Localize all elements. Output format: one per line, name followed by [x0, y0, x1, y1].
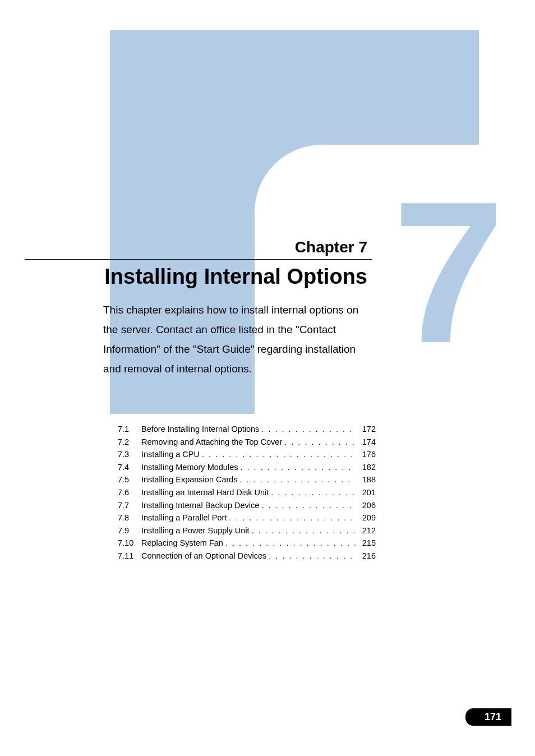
- toc-page-number: 212: [356, 524, 376, 537]
- toc-leader-dots: [250, 524, 356, 537]
- toc-section-title: Removing and Attaching the Top Cover: [141, 436, 282, 449]
- toc-row: 7.7 Installing Internal Backup Device 20…: [118, 499, 376, 512]
- chapter-intro: This chapter explains how to install int…: [103, 300, 372, 379]
- toc-page-number: 201: [356, 486, 376, 499]
- toc-page-number: 216: [356, 550, 376, 563]
- toc-section-title: Installing a Parallel Port: [141, 511, 227, 524]
- toc-page-number: 215: [356, 537, 376, 550]
- toc-row: 7.10 Replacing System Fan 215: [118, 537, 376, 550]
- toc-section-number: 7.8: [118, 511, 141, 524]
- toc-section-number: 7.6: [118, 486, 141, 499]
- toc-section-title: Installing a Power Supply Unit: [141, 524, 250, 537]
- toc-page-number: 206: [356, 499, 376, 512]
- toc-page-number: 176: [356, 448, 376, 461]
- page-number-badge: 171: [465, 708, 511, 726]
- toc-page-number: 209: [356, 511, 376, 524]
- toc-leader-dots: [200, 448, 356, 461]
- toc-row: 7.11 Connection of an Optional Devices 2…: [118, 550, 376, 563]
- toc-section-number: 7.4: [118, 461, 141, 474]
- toc-section-number: 7.2: [118, 436, 141, 449]
- chapter-label: Chapter 7: [0, 238, 367, 256]
- toc-section-number: 7.11: [118, 550, 141, 563]
- toc-row: 7.1 Before Installing Internal Options 1…: [118, 423, 376, 436]
- toc-leader-dots: [259, 499, 356, 512]
- toc-section-title: Installing Memory Modules: [141, 461, 238, 474]
- table-of-contents: 7.1 Before Installing Internal Options 1…: [118, 423, 376, 563]
- toc-section-title: Installing an Internal Hard Disk Unit: [141, 486, 269, 499]
- toc-page-number: 182: [356, 461, 376, 474]
- toc-section-number: 7.9: [118, 524, 141, 537]
- chapter-rule: [25, 259, 372, 260]
- toc-leader-dots: [238, 461, 356, 474]
- chapter-title: Installing Internal Options: [0, 265, 367, 289]
- toc-section-title: Installing a CPU: [141, 448, 200, 461]
- toc-row: 7.5 Installing Expansion Cards 188: [118, 473, 376, 486]
- toc-section-title: Installing Internal Backup Device: [141, 499, 259, 512]
- toc-row: 7.8 Installing a Parallel Port 209: [118, 511, 376, 524]
- toc-row: 7.9 Installing a Power Supply Unit 212: [118, 524, 376, 537]
- toc-section-number: 7.7: [118, 499, 141, 512]
- toc-section-title: Connection of an Optional Devices: [141, 550, 266, 563]
- toc-leader-dots: [282, 436, 356, 449]
- toc-row: 7.3 Installing a CPU 176: [118, 448, 376, 461]
- toc-row: 7.6 Installing an Internal Hard Disk Uni…: [118, 486, 376, 499]
- page: 7 Chapter 7 Installing Internal Options …: [0, 0, 535, 756]
- toc-leader-dots: [227, 511, 356, 524]
- toc-leader-dots: [266, 550, 356, 563]
- toc-page-number: 188: [356, 473, 376, 486]
- toc-section-title: Installing Expansion Cards: [141, 473, 238, 486]
- toc-leader-dots: [269, 486, 356, 499]
- toc-leader-dots: [238, 473, 356, 486]
- toc-section-number: 7.1: [118, 423, 141, 436]
- toc-section-title: Replacing System Fan: [141, 537, 223, 550]
- toc-page-number: 172: [356, 423, 376, 436]
- toc-section-title: Before Installing Internal Options: [141, 423, 259, 436]
- chapter-big-number: 7: [393, 171, 499, 373]
- toc-row: 7.4 Installing Memory Modules 182: [118, 461, 376, 474]
- toc-leader-dots: [223, 537, 356, 550]
- toc-page-number: 174: [356, 436, 376, 449]
- toc-section-number: 7.5: [118, 473, 141, 486]
- toc-row: 7.2 Removing and Attaching the Top Cover…: [118, 436, 376, 449]
- toc-leader-dots: [259, 423, 356, 436]
- toc-section-number: 7.3: [118, 448, 141, 461]
- toc-section-number: 7.10: [118, 537, 141, 550]
